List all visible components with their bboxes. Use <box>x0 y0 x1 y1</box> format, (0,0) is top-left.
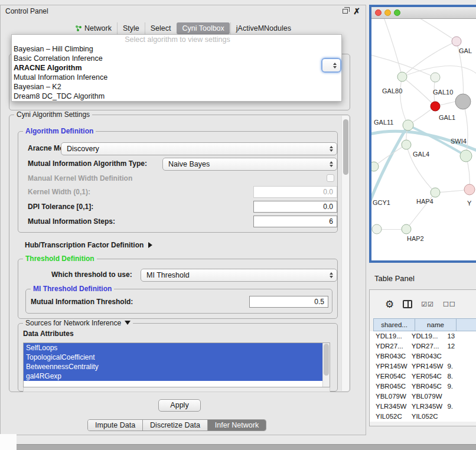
network-edge[interactable] <box>383 19 402 77</box>
tab-style[interactable]: Style <box>117 22 145 34</box>
list-scrollbar-thumb[interactable] <box>324 344 329 376</box>
algorithm-combo-arrow-button[interactable] <box>321 58 341 73</box>
settings-scrollbar[interactable] <box>341 116 349 391</box>
network-edge[interactable] <box>402 77 435 106</box>
mi-algorithm-type-value: Naive Bayes <box>168 160 210 168</box>
zoom-traffic-light[interactable] <box>394 9 400 16</box>
control-panel-titlebar: Control Panel ✗ <box>1 5 366 17</box>
bottom-taskbar[interactable] <box>17 444 476 450</box>
table-row[interactable]: YBR043CYBR043C <box>373 351 476 361</box>
tab-discretize-data[interactable]: Discretize Data <box>142 420 207 431</box>
network-window-titlebar[interactable] <box>371 7 476 19</box>
network-canvas[interactable]: GALGAL80GAL10GAL11GAL1SWI4GAL4GCY1HAP4YH… <box>371 19 476 260</box>
table-cell: YDL19... <box>409 331 445 341</box>
columns-icon[interactable] <box>403 300 412 308</box>
close-traffic-light[interactable] <box>375 9 382 16</box>
network-node[interactable] <box>455 94 471 109</box>
list-item[interactable]: gal4RGexp <box>24 371 322 381</box>
network-node[interactable] <box>460 150 472 162</box>
which-threshold-combo[interactable]: MI Threshold <box>141 269 337 282</box>
tab-infer-network[interactable]: Infer Network <box>207 420 266 431</box>
table-cell: YPR145W <box>409 361 445 371</box>
table-row[interactable]: YLR345WYLR345W9. <box>373 402 476 412</box>
manual-kernel-width-checkbox[interactable] <box>327 174 334 182</box>
dpi-tolerance-field[interactable] <box>253 201 337 213</box>
table-cell: YBR045C <box>373 381 409 392</box>
algorithm-definition-group: Algorithm Definition Aracne Mode: Discov… <box>18 131 338 233</box>
network-node[interactable] <box>402 140 411 149</box>
popup-item[interactable]: Bayesian – Hill Climbing <box>12 44 341 54</box>
network-edge[interactable] <box>463 102 468 156</box>
popup-item[interactable]: Mutual Information Inference <box>12 73 341 82</box>
mi-threshold-field[interactable] <box>249 296 328 308</box>
data-attributes-list[interactable]: SelfLoops TopologicalCoefficient Between… <box>23 343 330 387</box>
gear-icon[interactable]: ⚙ <box>385 298 394 311</box>
network-node-label: GAL80 <box>382 87 402 94</box>
network-edge[interactable] <box>402 41 457 77</box>
network-node[interactable] <box>431 102 440 111</box>
mi-algorithm-type-combo[interactable]: Naive Bayes <box>162 158 337 171</box>
network-node[interactable] <box>371 162 379 171</box>
table-row[interactable]: YBR045CYBR045C9. <box>373 381 476 392</box>
popup-item-selected[interactable]: ARACNE Algorithm <box>12 63 341 73</box>
popup-item[interactable]: Bayesian – K2 <box>12 82 341 92</box>
popup-item[interactable]: Dream8 DC_TDC Algorithm <box>12 92 341 101</box>
list-item[interactable]: BetweennessCentrality <box>24 362 322 371</box>
tab-select[interactable]: Select <box>145 22 177 34</box>
deselect-all-checkboxes-icon[interactable]: ☐☐ <box>443 301 456 308</box>
settings-scrollbar-thumb[interactable] <box>343 119 348 175</box>
bottom-left-area <box>0 434 17 450</box>
tab-impute-data[interactable]: Impute Data <box>88 420 142 431</box>
network-node[interactable] <box>464 184 475 195</box>
tab-network[interactable]: Network <box>70 22 117 34</box>
table-row[interactable]: YBL079WYBL079W <box>373 392 476 402</box>
aracne-mode-combo[interactable]: Discovery <box>61 142 337 155</box>
table-cell: YIL052C <box>373 412 409 422</box>
mi-steps-field[interactable] <box>253 216 337 227</box>
network-node[interactable] <box>431 188 440 197</box>
popup-item[interactable]: Basic Correlation Inference <box>12 54 341 63</box>
list-horizontal-scrollbar[interactable] <box>23 387 330 392</box>
tab-cyni-toolbox-label: Cyni Toolbox <box>182 24 224 32</box>
minimize-traffic-light[interactable] <box>384 9 391 16</box>
list-scrollbar[interactable] <box>322 343 330 387</box>
tab-cyni-toolbox[interactable]: Cyni Toolbox <box>177 22 229 34</box>
list-item[interactable]: SelfLoops <box>24 343 322 353</box>
column-header-name[interactable]: name <box>415 318 456 331</box>
table-row[interactable]: YIL052CYIL052C <box>373 412 476 422</box>
column-header-extra[interactable] <box>456 318 476 331</box>
table-row[interactable]: YDL19...YDL19...13 <box>373 331 476 341</box>
network-edge[interactable] <box>416 19 457 41</box>
table-cell: 12 <box>445 341 476 351</box>
network-node[interactable] <box>397 72 407 81</box>
network-edge[interactable] <box>400 77 408 125</box>
list-item[interactable]: TopologicalCoefficient <box>24 353 322 362</box>
table-row[interactable]: YER054CYER054C8. <box>373 371 476 381</box>
network-node[interactable] <box>431 73 440 82</box>
mi-threshold-group-title: MI Threshold Definition <box>31 285 114 293</box>
network-node[interactable] <box>452 37 461 46</box>
tab-network-label: Network <box>84 24 112 32</box>
network-node[interactable] <box>372 224 382 234</box>
chevron-up-down-icon <box>333 63 337 69</box>
table-row[interactable]: YDR27...YDR27...12 <box>373 341 476 351</box>
table-body: YDL19...YDL19...13YDR27...YDR27...12YBR0… <box>370 331 476 422</box>
table-cell: YLR345W <box>409 402 445 412</box>
hub-transcription-factor-section[interactable]: Hub/Transcription Factor Definition <box>25 239 152 250</box>
apply-button[interactable]: Apply <box>158 399 201 412</box>
restore-window-icon[interactable] <box>343 9 348 14</box>
tab-jactivemnodules[interactable]: jActiveMNodules <box>230 22 296 34</box>
network-node[interactable] <box>402 224 411 234</box>
expanded-arrow-icon[interactable] <box>125 321 131 325</box>
table-cell: 9. <box>445 381 476 392</box>
column-header-shared-name[interactable]: shared... <box>373 318 415 331</box>
select-all-checkboxes-icon[interactable]: ☑☑ <box>421 301 434 308</box>
close-icon[interactable]: ✗ <box>353 6 360 17</box>
table-row[interactable]: YPR145WYPR145W9. <box>373 361 476 371</box>
kernel-width-field[interactable] <box>253 186 337 198</box>
network-node[interactable] <box>403 120 413 131</box>
tab-select-label: Select <box>151 24 171 32</box>
sources-group-title[interactable]: Sources for Network Inference <box>23 319 133 327</box>
collapsed-arrow-icon[interactable] <box>148 242 152 248</box>
chevron-up-down-icon <box>330 161 333 167</box>
